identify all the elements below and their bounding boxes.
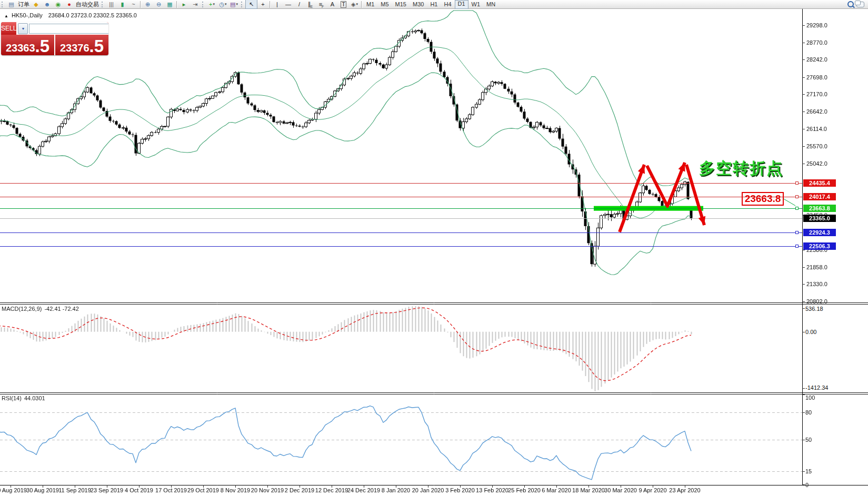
toolbar-drag-handle [102, 2, 104, 7]
sell-price-pip: .5 [35, 39, 50, 54]
tile-windows-icon-button[interactable]: ▦ [164, 0, 175, 8]
dropdown-caret-icon: ▾ [225, 2, 227, 6]
one-click-trade-panel: SELL ▼ ▲ BUY 23363 .5 23376 .5 [1, 22, 108, 55]
chat-icon-button[interactable] [856, 0, 868, 8]
dropdown-caret-icon: ▾ [356, 2, 358, 6]
text-icon: A [331, 2, 334, 7]
chart-shift-icon-button[interactable]: ⇥ [189, 0, 201, 8]
templates-icon-button[interactable]: ▤▾ [228, 0, 240, 8]
symbol-marker-icon: ▲ [4, 14, 8, 18]
sell-price[interactable]: 23363 .5 [1, 35, 55, 55]
volume-decrease-button[interactable]: ▼ [18, 23, 28, 34]
buy-price-pip: .5 [89, 39, 104, 54]
equidistant-channel-icon-sub: E [310, 5, 313, 8]
line-chart-icon: ~ [132, 2, 135, 7]
sell-button[interactable]: SELL [1, 22, 16, 35]
arrows-icon-button[interactable]: ◈▾ [349, 0, 360, 8]
rsi-value: 44.0301 [24, 395, 45, 401]
timeframe-h1[interactable]: H1 [427, 1, 441, 8]
timeframe-mn[interactable]: MN [483, 1, 498, 8]
price-level-annotation: 23663.8 [742, 192, 784, 206]
horizontal-line-icon-button[interactable]: — [283, 0, 294, 8]
tile-windows-icon: ▦ [167, 2, 172, 7]
new-order-icon-button[interactable]: ▤ [6, 0, 17, 8]
toolbar-separator [361, 1, 362, 8]
symbol-ohlc-values: 23684.0 23723.0 23302.5 23365.0 [48, 12, 137, 18]
bar-chart-icon-button[interactable]: ||| [106, 0, 117, 8]
vertical-line-icon: | [276, 2, 278, 7]
order-label[interactable]: 订单 [17, 1, 31, 8]
buy-price[interactable]: 23376 .5 [55, 35, 108, 55]
rsi-indicator-label: RSI(14)44.0301 [2, 395, 45, 401]
volume-input[interactable] [29, 24, 108, 34]
trendline-icon-button[interactable]: / [294, 0, 305, 8]
crosshair-icon-button[interactable]: + [257, 0, 268, 8]
macd-indicator-label: MACD(12,26,9)-42.41 -72.42 [2, 306, 79, 312]
timeframe-d1[interactable]: D1 [455, 0, 468, 9]
fibonacci-icon-sub: F [322, 5, 324, 8]
toolbar-drag-handle [241, 2, 244, 7]
periods-icon: ◷ [219, 2, 224, 7]
chart-canvas[interactable] [0, 0, 868, 496]
equidistant-channel-icon-button[interactable]: ∥E [305, 0, 316, 8]
chart-shift-icon: ⇥ [193, 2, 197, 7]
horizontal-line-icon: — [285, 2, 291, 7]
text-label-icon: T [341, 1, 346, 8]
volume-spinner: ▼ ▲ [16, 22, 108, 35]
search-icon [847, 1, 854, 7]
autotrading-label[interactable]: 自动交易 [75, 1, 100, 8]
chart-symbol-line: ▲ HK50-,Daily 23684.0 23723.0 23302.5 23… [4, 12, 137, 18]
dropdown-caret-icon: ▾ [213, 2, 215, 6]
signal-icon-button[interactable]: ◉ [53, 0, 64, 8]
cursor-icon: ↖ [249, 2, 254, 7]
auto-scroll-icon-button[interactable]: ▸ [178, 0, 189, 8]
line-chart-icon-button[interactable]: ~ [128, 0, 139, 8]
history-center-icon-button[interactable]: ◆ [31, 0, 42, 8]
periods-icon-button[interactable]: ◷▾ [217, 0, 228, 8]
zoom-in-icon: ⊕ [145, 2, 150, 7]
toolbar-separator [270, 1, 271, 8]
macd-name: MACD(12,26,9) [2, 306, 42, 312]
mt4-window: ▤订单◆☻◉●自动交易|||▮~⊕⊖▦▸⇥+▾◷▾▤▾↖+|—/∥E≡FAT◈▾… [0, 0, 868, 496]
candlestick-chart-icon-button[interactable]: ▮ [117, 0, 128, 8]
rsi-name: RSI(14) [2, 395, 22, 401]
timeframe-m15[interactable]: M15 [392, 1, 410, 8]
toolbar-drag-handle [2, 2, 4, 7]
turning-point-annotation: 多空转折点 [699, 158, 783, 179]
autotrading-icon: ● [67, 2, 71, 7]
buy-price-main: 23376 [60, 42, 89, 54]
signal-icon: ◉ [56, 2, 61, 7]
zoom-in-icon-button[interactable]: ⊕ [142, 0, 153, 8]
vertical-line-icon-button[interactable]: | [272, 0, 283, 8]
toolbar-drag-handle [202, 2, 205, 7]
text-label-icon-button[interactable]: T [338, 0, 349, 8]
sell-price-main: 23363 [6, 42, 35, 54]
zoom-out-icon-button[interactable]: ⊖ [153, 0, 164, 8]
symbol-name: HK50-,Daily [12, 12, 43, 18]
macd-values: -42.41 -72.42 [44, 306, 78, 312]
toolbar-separator [140, 1, 141, 8]
arrows-icon: ◈ [351, 2, 355, 7]
timeframe-h4[interactable]: H4 [441, 1, 454, 8]
autotrading-icon-button[interactable]: ● [64, 0, 75, 8]
history-center-icon: ◆ [34, 2, 38, 7]
timeframe-m1[interactable]: M1 [363, 1, 377, 8]
main-toolbar: ▤订单◆☻◉●自动交易|||▮~⊕⊖▦▸⇥+▾◷▾▤▾↖+|—/∥E≡FAT◈▾… [0, 0, 868, 9]
search-icon-button[interactable] [845, 0, 856, 8]
new-order-icon: ▤ [8, 2, 14, 7]
timeframe-m30[interactable]: M30 [410, 1, 427, 8]
bar-chart-icon: ||| [109, 2, 114, 7]
timeframe-w1[interactable]: W1 [468, 1, 484, 8]
toolbar-separator [176, 1, 177, 8]
fibonacci-icon-button[interactable]: ≡F [316, 0, 327, 8]
cursor-icon-button[interactable]: ↖ [245, 0, 257, 9]
profile-icon-button[interactable]: ☻ [42, 0, 53, 8]
timeframe-m5[interactable]: M5 [377, 1, 392, 8]
candlestick-chart-icon: ▮ [121, 2, 124, 7]
crosshair-icon: + [261, 2, 264, 7]
text-icon-button[interactable]: A [327, 0, 338, 8]
profile-icon: ☻ [44, 2, 51, 7]
templates-icon: ▤ [230, 2, 235, 7]
indicators-icon-button[interactable]: +▾ [206, 0, 217, 8]
chat-icon [856, 2, 864, 7]
